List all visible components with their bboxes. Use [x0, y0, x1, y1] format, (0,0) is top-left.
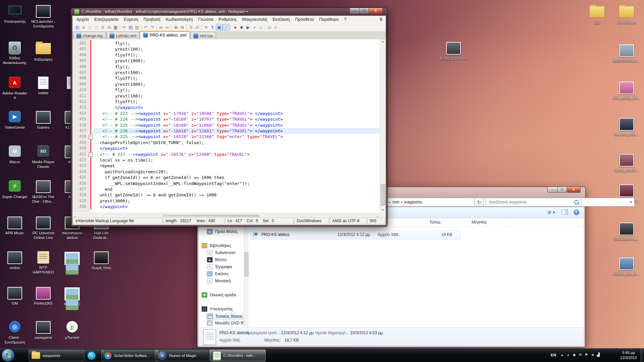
- menu-item[interactable]: Προβολή: [141, 16, 163, 22]
- search-input[interactable]: Αναζήτηση waypoints: [486, 198, 581, 206]
- desktop-icon[interactable]: GM: [1, 286, 29, 306]
- desktop-icon[interactable]: Best-Real-Wo...: [612, 43, 641, 63]
- file-row[interactable]: PRO-KS alekos 12/3/2012 4:12 μμ Αρχείο X…: [251, 231, 461, 240]
- spell-check-icon[interactable]: ✓: [273, 24, 279, 31]
- desktop-icon[interactable]: Perfect365: [29, 286, 57, 306]
- maximize-button[interactable]: ❐: [557, 187, 567, 193]
- close-all-docs-icon[interactable]: ⊖: [106, 24, 112, 31]
- desktop-icon[interactable]: online: [1, 250, 29, 270]
- find-icon[interactable]: ∞: [158, 24, 164, 31]
- word-wrap-icon[interactable]: ≡: [203, 24, 209, 31]
- menu-item[interactable]: Ρυθμίσεις: [216, 16, 239, 22]
- macro-run-multiple-icon[interactable]: »: [251, 24, 258, 31]
- hidden-icons-chevron[interactable]: ▴: [559, 353, 565, 357]
- taskbar-button-solarstrike-softwa-[interactable]: SolarStrike Softwa...: [101, 350, 158, 361]
- taskbar-button-waypoints[interactable]: waypoints: [29, 350, 84, 361]
- vertical-scrollbar[interactable]: ▲ ▼: [380, 39, 386, 212]
- menu-item[interactable]: Κωδικοποίηση: [163, 16, 195, 22]
- desktop-icon[interactable]: NCLauncher - Συντόμευση: [29, 4, 57, 28]
- desktop-icon[interactable]: above_the_cl...: [612, 256, 641, 277]
- desktop-icon[interactable]: Bio: [583, 4, 611, 25]
- mail-tray-icon[interactable]: ✉: [578, 353, 583, 357]
- tab-xml-lua[interactable]: xml.lua: [190, 32, 216, 39]
- sync-horizontal-icon[interactable]: ⇄: [194, 24, 201, 31]
- redo-icon[interactable]: ↷: [149, 24, 155, 31]
- show-all-characters-icon[interactable]: ¶: [209, 24, 216, 31]
- desktop-icon[interactable]: ▶VideoGenie: [1, 110, 29, 130]
- sidebar-item-βιβλιοθήκες[interactable]: Βιβλιοθήκες: [201, 242, 232, 249]
- code-editor[interactable]: 402 fly();403 yrest(100);404 flyoff();40…: [72, 39, 386, 212]
- menu-item[interactable]: Εύρεση: [121, 16, 141, 22]
- close-document-button[interactable]: X: [378, 17, 384, 22]
- language-indicator[interactable]: EN: [551, 353, 556, 357]
- notepad-window[interactable]: C:\RomBot - lethalz\RomBot - lethalz\scr…: [71, 8, 387, 227]
- utorrent-tray-icon[interactable]: ▲: [566, 353, 571, 357]
- menu-item[interactable]: Πρόσθετα: [292, 16, 316, 22]
- desktop-icon[interactable]: APB Music: [1, 216, 29, 236]
- macro-record-icon[interactable]: ●: [232, 24, 238, 31]
- address-dropdown-icon[interactable]: ▼: [630, 200, 633, 204]
- desktop-icon[interactable]: 14 xronwn: [612, 4, 641, 25]
- new-file-icon[interactable]: ▤: [74, 24, 80, 31]
- undo-icon[interactable]: ↶: [143, 24, 149, 31]
- sidebar-item-πρόσ-θέσεις[interactable]: ★Πρόσ.θέσεις: [206, 228, 238, 235]
- menu-item[interactable]: Αρχείο: [74, 16, 92, 22]
- close-button[interactable]: ✕: [567, 187, 581, 193]
- desktop-icon[interactable]: Games: [29, 110, 57, 130]
- sidebar-item-υπολογιστής[interactable]: ▢Υπολογιστής: [201, 306, 234, 312]
- sidebar-item-μουσική[interactable]: ♪Μουσική: [206, 278, 232, 284]
- help-icon[interactable]: ?: [574, 209, 579, 215]
- tab-change-log[interactable]: change.log: [73, 32, 106, 39]
- view-options-icon[interactable]: ≣ ▾: [547, 209, 555, 215]
- menu-item[interactable]: Μακροεντολή: [239, 16, 270, 22]
- cut-icon[interactable]: ✂: [121, 24, 127, 31]
- start-button[interactable]: [2, 349, 14, 361]
- taskbar-button-c-rombot-leth-[interactable]: C:\RomBot - leth...: [210, 350, 266, 361]
- scroll-up-icon[interactable]: ▲: [380, 40, 386, 43]
- menu-item[interactable]: Εκτέλεση: [270, 16, 292, 22]
- volume-icon[interactable]: ◄: [590, 353, 595, 357]
- desktop-icon[interactable]: good_morni...: [612, 153, 641, 173]
- minimize-button[interactable]: –: [350, 8, 360, 14]
- taskbar-clock[interactable]: 5:45 μμ 12/3/2012: [618, 350, 640, 360]
- preview-pane-icon[interactable]: [562, 209, 568, 215]
- taskbar-button-runes-of-magic[interactable]: ◈Runes of Magic: [155, 350, 210, 361]
- fold-collapse-icon[interactable]: −: [89, 135, 93, 139]
- macro-save-icon[interactable]: ◆: [258, 24, 264, 31]
- open-folder-icon[interactable]: ▰: [80, 24, 87, 31]
- desktop-icon[interactable]: ♻Κάδος Ανακύκλωσης: [1, 41, 29, 65]
- sidebar-item-τοπικός-δίσκος-[interactable]: ▬Τοπικός δίσκος (: [206, 313, 247, 320]
- zoom-out-icon[interactable]: ⊖: [179, 24, 185, 31]
- tab-pro-ks-alekos-xml[interactable]: PRO-KS alekos .xml: [140, 31, 190, 39]
- breadcrumb-item[interactable]: waypoints: [402, 200, 424, 204]
- zoom-in-icon[interactable]: ⊕: [173, 24, 179, 31]
- maximize-button[interactable]: ❐: [359, 8, 369, 14]
- scroll-down-icon[interactable]: ▼: [380, 208, 386, 212]
- messenger-tray-icon[interactable]: ◆: [572, 353, 577, 357]
- desktop-icon[interactable]: WTF HAPPENED: [29, 250, 57, 275]
- sidebar-item-βίντεο[interactable]: ▸Βίντεο: [206, 256, 227, 263]
- desktop-icon[interactable]: Υπολογιστής: [1, 4, 29, 24]
- minimize-button[interactable]: –: [547, 187, 557, 193]
- macro-stop-icon[interactable]: ■: [238, 24, 245, 31]
- desktop-icon[interactable]: neuron_cell-...: [612, 117, 641, 137]
- refresh-button[interactable]: ↻: [474, 198, 484, 206]
- macro-play-icon[interactable]: ▶: [245, 24, 251, 31]
- desktop-icon[interactable]: image: [58, 250, 86, 271]
- sidebar-item-μονάδα-dvd-rw[interactable]: ◍Μονάδα DVD RW: [206, 320, 249, 326]
- close-button[interactable]: ✕: [369, 8, 383, 14]
- desktop-icon[interactable]: µμTorrent: [58, 320, 86, 340]
- desktop-icon[interactable]: sadas: [29, 76, 57, 96]
- function-list-icon[interactable]: ƒ: [223, 24, 230, 31]
- save-all-icon[interactable]: ▥: [93, 24, 100, 31]
- column-header-size[interactable]: Μέγεθος: [472, 220, 487, 225]
- breadcrumb-item[interactable]: rom: [391, 200, 401, 204]
- copy-icon[interactable]: ▤: [127, 24, 134, 31]
- show-desktop-button[interactable]: [641, 349, 644, 362]
- desktop-icon[interactable]: Χαζομαρες: [29, 41, 57, 62]
- action-center-flag-icon[interactable]: ⚑: [584, 353, 589, 357]
- sidebar-item-οικιακή-ομάδα[interactable]: ❖Οικιακή ομάδα: [201, 292, 237, 298]
- print-icon[interactable]: ▦: [112, 24, 119, 31]
- desktop-icon[interactable]: ◎Client - Συντόμευση: [1, 320, 29, 345]
- sidebar-item-έγγραφα[interactable]: ≡Έγγραφα: [206, 263, 233, 270]
